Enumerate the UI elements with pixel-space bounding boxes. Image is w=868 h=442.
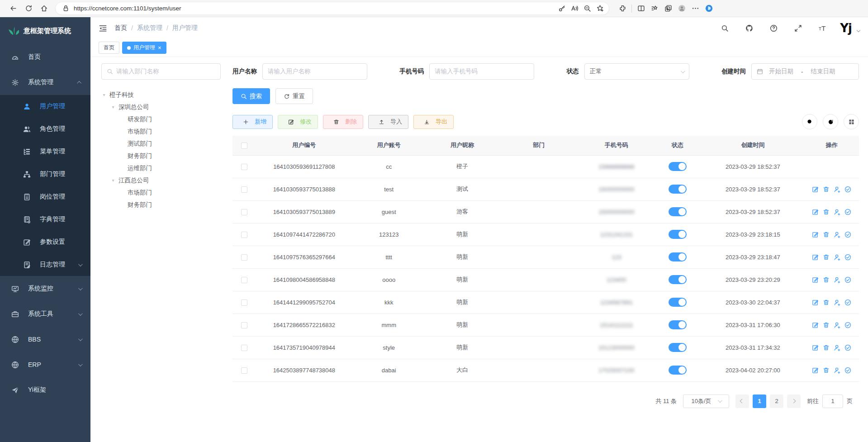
- sidebar-item-dept[interactable]: 部门管理: [0, 163, 90, 185]
- reset-password-icon[interactable]: [834, 231, 840, 238]
- tree-expand-icon[interactable]: ▾: [101, 92, 107, 97]
- add-button[interactable]: 新增: [232, 115, 273, 129]
- tree-node[interactable]: 研发部门: [101, 113, 221, 125]
- status-toggle[interactable]: [669, 185, 687, 194]
- browser-more-icon[interactable]: [688, 2, 702, 15]
- sidebar-item-role[interactable]: 角色管理: [0, 118, 90, 140]
- export-button[interactable]: 导出: [413, 115, 454, 129]
- prev-page-button[interactable]: [735, 394, 749, 408]
- edit-icon[interactable]: [812, 299, 819, 306]
- tree-expand-icon[interactable]: ▾: [110, 105, 116, 109]
- tree-expand-icon[interactable]: ▾: [110, 178, 116, 183]
- sidebar-fold-icon[interactable]: [99, 24, 107, 33]
- sidebar-item-menu[interactable]: 菜单管理: [0, 140, 90, 163]
- navbar-fullscreen-icon[interactable]: [791, 21, 805, 35]
- reset-password-icon[interactable]: [834, 367, 840, 374]
- row-checkbox[interactable]: [241, 299, 247, 306]
- assign-role-icon[interactable]: [844, 186, 851, 193]
- phone-input[interactable]: 请输入手机号码: [429, 63, 534, 80]
- row-checkbox[interactable]: [241, 254, 247, 261]
- avatar-dropdown-caret-icon[interactable]: [857, 29, 860, 32]
- page-button-2[interactable]: 2: [770, 394, 783, 408]
- navbar-search-icon[interactable]: [718, 21, 731, 35]
- addressbar-favorite-add-icon[interactable]: [593, 2, 606, 15]
- goto-page-input[interactable]: [822, 394, 843, 408]
- addressbar-read-aloud-icon[interactable]: [568, 2, 581, 15]
- status-toggle[interactable]: [669, 162, 687, 171]
- row-checkbox[interactable]: [241, 367, 247, 374]
- breadcrumb-home[interactable]: 首页: [114, 24, 127, 32]
- row-checkbox[interactable]: [241, 345, 247, 351]
- browser-home-icon[interactable]: [37, 2, 51, 15]
- browser-split-screen-icon[interactable]: [634, 2, 648, 15]
- reset-password-icon[interactable]: [834, 209, 840, 215]
- sidebar-item-monitor[interactable]: 系统监控: [0, 276, 90, 301]
- edit-icon[interactable]: [812, 276, 819, 283]
- sidebar-item-erp[interactable]: ERP: [0, 352, 90, 377]
- assign-role-icon[interactable]: [844, 209, 851, 215]
- browser-profile-icon[interactable]: [675, 2, 688, 15]
- address-bar[interactable]: https://ccnetcore.com:1101/system/user: [55, 2, 609, 15]
- table-search-button[interactable]: [802, 114, 817, 129]
- date-range-picker[interactable]: 开始日期 - 结束日期: [751, 63, 859, 80]
- delete-icon[interactable]: [823, 276, 830, 283]
- reset-password-icon[interactable]: [834, 254, 840, 261]
- edit-icon[interactable]: [812, 322, 819, 328]
- delete-icon[interactable]: [823, 322, 830, 328]
- delete-icon[interactable]: [823, 209, 830, 215]
- delete-icon[interactable]: [823, 186, 830, 193]
- delete-icon[interactable]: [823, 299, 830, 306]
- browser-collections-icon[interactable]: [648, 2, 661, 15]
- select-all-checkbox[interactable]: [241, 143, 247, 149]
- breadcrumb-system[interactable]: 系统管理: [137, 24, 162, 32]
- delete-icon[interactable]: [823, 367, 830, 374]
- assign-role-icon[interactable]: [844, 299, 851, 306]
- reset-password-icon[interactable]: [834, 322, 840, 328]
- tree-node[interactable]: 运维部门: [101, 162, 221, 174]
- edit-icon[interactable]: [812, 186, 819, 193]
- page-size-select[interactable]: 10条/页: [683, 394, 729, 408]
- reset-button[interactable]: 重置: [275, 88, 313, 104]
- assign-role-icon[interactable]: [844, 231, 851, 238]
- import-button[interactable]: 导入: [368, 115, 408, 129]
- tree-node[interactable]: 市场部门: [101, 186, 221, 199]
- assign-role-icon[interactable]: [844, 344, 851, 351]
- sidebar-item-log[interactable]: 日志管理: [0, 253, 90, 276]
- status-toggle[interactable]: [669, 252, 687, 261]
- edit-icon[interactable]: [812, 209, 819, 215]
- delete-icon[interactable]: [823, 254, 830, 261]
- sidebar-item-post[interactable]: 岗位管理: [0, 185, 90, 208]
- delete-button[interactable]: 删除: [323, 115, 363, 129]
- reset-password-icon[interactable]: [834, 299, 840, 306]
- tree-node[interactable]: ▾深圳总公司: [101, 101, 221, 113]
- navbar-font-size-icon[interactable]: TT: [816, 21, 829, 35]
- status-toggle[interactable]: [669, 207, 687, 216]
- status-select[interactable]: 正常: [584, 63, 689, 80]
- reset-password-icon[interactable]: [834, 276, 840, 283]
- next-page-button[interactable]: [787, 394, 801, 408]
- sidebar-item-user[interactable]: 用户管理: [0, 95, 90, 118]
- username-input[interactable]: 请输入用户名称: [262, 63, 367, 80]
- page-button-1[interactable]: 1: [753, 394, 766, 408]
- assign-role-icon[interactable]: [844, 367, 851, 374]
- assign-role-icon[interactable]: [844, 276, 851, 283]
- table-grid-button[interactable]: [844, 114, 859, 129]
- search-button[interactable]: 搜索: [232, 88, 270, 104]
- delete-icon[interactable]: [823, 231, 830, 238]
- status-toggle[interactable]: [669, 275, 687, 284]
- sidebar-item-param[interactable]: 参数设置: [0, 231, 90, 253]
- row-checkbox[interactable]: [241, 164, 247, 170]
- tree-node[interactable]: 财务部门: [101, 199, 221, 211]
- dept-search-input[interactable]: 请输入部门名称: [101, 63, 221, 80]
- reset-password-icon[interactable]: [834, 344, 840, 351]
- reset-password-icon[interactable]: [834, 186, 840, 193]
- sidebar-item-system[interactable]: 系统管理: [0, 70, 90, 95]
- status-toggle[interactable]: [669, 320, 687, 329]
- sidebar-item-dict[interactable]: 字典管理: [0, 208, 90, 231]
- tree-node[interactable]: 测试部门: [101, 138, 221, 150]
- assign-role-icon[interactable]: [844, 254, 851, 261]
- addressbar-key-icon[interactable]: [555, 2, 568, 15]
- assign-role-icon[interactable]: [844, 322, 851, 328]
- close-icon[interactable]: ×: [158, 45, 161, 51]
- row-checkbox[interactable]: [241, 209, 247, 215]
